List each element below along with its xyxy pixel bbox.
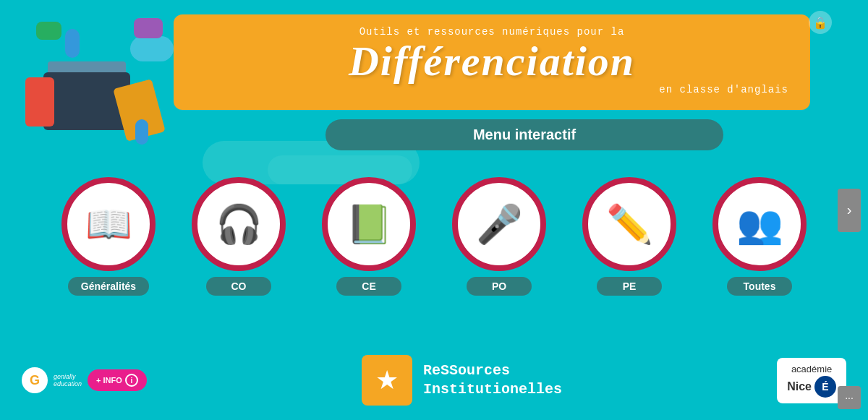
circle-item-pe[interactable]: ✏️ PE bbox=[582, 177, 676, 296]
circle-inner-co: 🎧 bbox=[200, 185, 278, 263]
circle-inner-po: 🎤 bbox=[460, 185, 538, 263]
resources-star-icon: ★ bbox=[362, 355, 412, 406]
info-button-label: + INFO bbox=[96, 376, 122, 385]
circle-label-po: PO bbox=[467, 277, 532, 296]
circle-inner-generalites: 📖 bbox=[69, 185, 148, 263]
header-tagline: en classe d'anglais bbox=[195, 84, 788, 95]
circle-label-ce: CE bbox=[336, 277, 401, 296]
circle-outer-pe: ✏️ bbox=[582, 177, 676, 271]
circle-label-co: CO bbox=[206, 277, 271, 296]
headset-icon: 🎧 bbox=[216, 202, 263, 247]
more-options-button[interactable]: ··· bbox=[838, 386, 861, 409]
dots-icon: ··· bbox=[845, 392, 854, 403]
academy-badge-icon: É bbox=[814, 376, 836, 398]
circle-outer-generalites: 📖 bbox=[61, 177, 156, 271]
illus-person-2 bbox=[135, 119, 148, 145]
circle-outer-ce: 📗 bbox=[322, 177, 416, 271]
illus-bubble-green bbox=[36, 22, 61, 40]
info-button[interactable]: + INFO i bbox=[88, 369, 147, 391]
genially-logo: G bbox=[22, 367, 48, 393]
header-subtitle: Outils et ressources numériques pour la bbox=[195, 26, 788, 38]
circle-item-po[interactable]: 🎤 PO bbox=[452, 177, 546, 296]
academy-text-line1: académie bbox=[791, 364, 832, 374]
circle-label-toutes: Toutes bbox=[727, 277, 792, 296]
illus-bubble-purple bbox=[134, 18, 163, 38]
resources-box[interactable]: ★ ReSSources Institutionelles bbox=[362, 355, 562, 406]
illus-phone bbox=[25, 77, 54, 127]
circle-item-ce[interactable]: 📗 CE bbox=[322, 177, 416, 296]
illustration-area bbox=[22, 14, 174, 145]
book-icon: 📖 bbox=[85, 202, 132, 247]
circle-outer-co: 🎧 bbox=[192, 177, 286, 271]
header-banner: Outils et ressources numériques pour la … bbox=[174, 14, 810, 110]
microphone-icon: 🎤 bbox=[476, 202, 523, 247]
bottom-section: G genially education + INFO i ★ ReSSourc… bbox=[0, 355, 868, 406]
circle-item-co[interactable]: 🎧 CO bbox=[192, 177, 286, 296]
pen-icon: ✏️ bbox=[606, 202, 653, 247]
genially-branding: G genially education + INFO i bbox=[22, 367, 147, 393]
menu-button-label: Menu interactif bbox=[473, 127, 576, 142]
circle-outer-toutes: 👥 bbox=[712, 177, 807, 271]
chevron-right-icon: › bbox=[847, 202, 852, 218]
illus-person-1 bbox=[65, 29, 80, 58]
circle-label-pe: PE bbox=[597, 277, 662, 296]
circles-row: 📖 Généralités 🎧 CO 📗 CE 🎤 PO bbox=[43, 177, 825, 296]
circle-outer-po: 🎤 bbox=[452, 177, 546, 271]
circle-inner-toutes: 👥 bbox=[720, 185, 799, 263]
circle-inner-ce: 📗 bbox=[330, 185, 408, 263]
info-circle-icon: i bbox=[125, 374, 138, 387]
people-icon: 👥 bbox=[736, 202, 783, 247]
circle-item-generalites[interactable]: 📖 Généralités bbox=[61, 177, 156, 296]
circle-label-generalites: Généralités bbox=[68, 277, 149, 296]
circle-item-toutes[interactable]: 👥 Toutes bbox=[712, 177, 807, 296]
illus-cloud bbox=[130, 36, 174, 61]
circle-inner-pe: ✏️ bbox=[590, 185, 668, 263]
resources-text: ReSSources Institutionelles bbox=[423, 361, 562, 399]
academy-logo: académie Nice É bbox=[777, 358, 846, 403]
lock-icon[interactable]: 🔒 bbox=[809, 11, 832, 34]
next-arrow-button[interactable]: › bbox=[838, 189, 861, 232]
notebook-icon: 📗 bbox=[346, 202, 393, 247]
genially-text: genially education bbox=[54, 373, 82, 387]
menu-interactive-button[interactable]: Menu interactif bbox=[326, 119, 723, 150]
header-title: Différenciation bbox=[195, 40, 788, 82]
academy-text-line2: Nice bbox=[787, 380, 812, 393]
